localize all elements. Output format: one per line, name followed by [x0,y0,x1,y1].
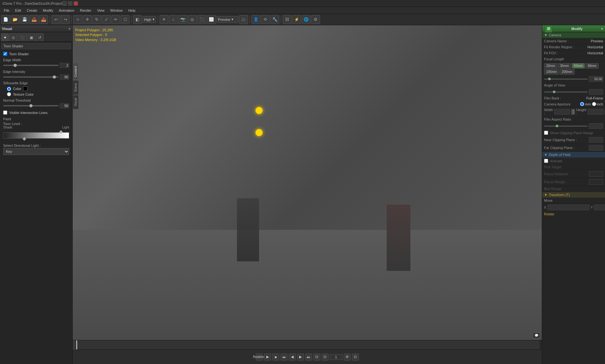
directional-light-select[interactable]: Key Fill Back [3,148,69,155]
toon-shader-toggle[interactable]: Toon Shader [1,51,71,57]
undo-button[interactable]: ↩ [51,15,60,24]
prop-icon[interactable]: 🔧 [270,15,279,24]
export-button[interactable]: 📤 [39,15,48,24]
settings-icon[interactable]: ⚙ [311,15,320,24]
menu-view[interactable]: View [94,8,107,13]
focal-length-input[interactable]: 50.00 [589,76,603,82]
tab-color[interactable]: ⬛ [18,33,27,41]
height-input[interactable]: 24.000 [588,109,603,115]
video-icon[interactable]: 🎥 [239,15,248,24]
loop-button[interactable]: ⊡ [313,354,320,361]
minimize-button[interactable]: _ [62,1,67,6]
display-icon[interactable]: ⬜ [207,15,216,24]
home-icon[interactable]: ⌂ [169,15,178,24]
toon-gradient-bar[interactable] [3,132,69,139]
modify-close-icon[interactable]: × [601,27,603,31]
color-swatch[interactable] [23,87,27,91]
edge-width-slider[interactable] [3,65,58,66]
open-button[interactable]: 📂 [11,15,20,24]
menu-window[interactable]: Window [108,8,125,13]
save-button[interactable]: 💾 [20,15,29,24]
quality-dropdown[interactable]: High ▾ [142,16,156,23]
physics-icon[interactable]: ⚡ [292,15,301,24]
film-aspect-input[interactable]: 1.50 [589,123,603,129]
close-button[interactable]: × [74,1,78,6]
menu-file[interactable]: File [1,8,12,13]
close-panel-icon[interactable]: × [69,27,70,31]
record-button[interactable]: ⊡ [322,354,329,361]
toon-shader-checkbox[interactable] [3,52,7,56]
gradient-thumb-low[interactable] [22,137,26,140]
move-tool[interactable]: ✛ [83,15,92,24]
focal-35mm[interactable]: 35mm [558,63,571,69]
focal-50mm[interactable]: 50mm [572,63,585,69]
menu-render[interactable]: Render [77,8,94,13]
y-input[interactable]: -740.997 [594,205,605,210]
tab-fx[interactable]: ✦ [1,33,9,41]
viewport-info-icon[interactable]: 💬 [533,333,540,338]
stamp-tool[interactable]: ⬡ [121,15,130,24]
visible-intersection-checkbox[interactable] [3,110,7,115]
depth-of-field-header[interactable]: ▼ Depth of Field [542,152,605,158]
constraint-icon[interactable]: ⛓ [283,15,292,24]
activate-dof-checkbox[interactable] [544,159,548,163]
scene-tab[interactable]: Scene [73,80,79,95]
width-input[interactable]: 36.000 [554,109,570,115]
x-input[interactable]: 250.502 [548,205,590,210]
content-tab[interactable]: Content [73,63,79,80]
next-frame-button[interactable]: ▶ [297,354,304,361]
focus-distance-input[interactable]: 1000 [589,171,603,177]
transform-section-header[interactable]: ▼ Transform (T) [542,192,605,198]
maximize-button[interactable]: □ [68,1,72,6]
width-up[interactable]: ▲ [571,109,575,112]
render-dropdown[interactable]: Preview ▾ [216,16,239,23]
texture-radio[interactable] [7,92,11,96]
prev-frame-button[interactable]: ◀ [289,354,296,361]
tab-anim[interactable]: ↺ [36,33,44,41]
view-icon[interactable]: ⬛ [197,15,206,24]
clipping-checkbox[interactable] [544,131,548,135]
width-down[interactable]: ▼ [571,112,575,115]
visible-intersection-toggle[interactable]: Visible Intersection Lines [1,109,71,116]
camera-section-header[interactable]: ▼ Camera [542,32,605,38]
near-clipping-input[interactable]: 1 [589,137,603,143]
color-radio[interactable] [7,87,11,91]
scale-tool[interactable]: ⤢ [102,15,111,24]
camera-icon[interactable]: 📷 [178,15,187,24]
tab-lens[interactable]: ◎ [9,33,17,41]
menu-modify[interactable]: Modify [40,8,56,13]
focal-20mm[interactable]: 20mm [544,63,557,69]
draw-tool[interactable]: ✏ [111,15,120,24]
frame-number-input[interactable] [330,354,342,360]
focal-200mm[interactable]: 200mm [560,69,574,75]
character-icon[interactable]: 👤 [251,15,260,24]
angle-of-view-slider[interactable] [544,92,588,92]
prev-key-button[interactable]: ⏮ [281,354,287,361]
playback-settings[interactable]: ⚙ [344,354,351,361]
rotate-tool[interactable]: ↻ [92,15,101,24]
timeline-playhead[interactable] [76,340,77,349]
timeline-track[interactable] [75,340,539,349]
focal-80mm[interactable]: 80mm [585,63,599,69]
target-icon[interactable]: ◎ [188,15,197,24]
edge-intensity-slider[interactable] [3,76,58,78]
sun-icon[interactable]: ☀ [160,15,168,24]
play-button[interactable]: ▶ [264,354,271,361]
stop-button[interactable]: ■ [272,354,279,361]
focal-length-slider[interactable] [544,79,588,80]
modify-camera-icon[interactable]: ⊞ [545,25,552,33]
viewport-canvas[interactable]: Project Polygon : 25,285 Selected Polygo… [73,25,542,340]
visual-tab-side[interactable]: Visual [73,95,79,109]
mm-radio[interactable] [580,102,584,106]
menu-create[interactable]: Create [24,8,40,13]
inch-radio[interactable] [592,102,596,106]
next-key-button[interactable]: ⏭ [305,354,312,361]
normal-threshold-slider[interactable] [3,105,58,106]
import-button[interactable]: 📥 [30,15,39,24]
menu-help[interactable]: Help [126,8,138,13]
menu-animation[interactable]: Animation [56,8,77,13]
playback-extra[interactable]: ⊡ [352,354,359,361]
select-tool[interactable]: ⊹ [73,15,82,24]
scene-icon[interactable]: 🌐 [302,15,311,24]
focal-105mm[interactable]: 105mm [544,69,559,75]
